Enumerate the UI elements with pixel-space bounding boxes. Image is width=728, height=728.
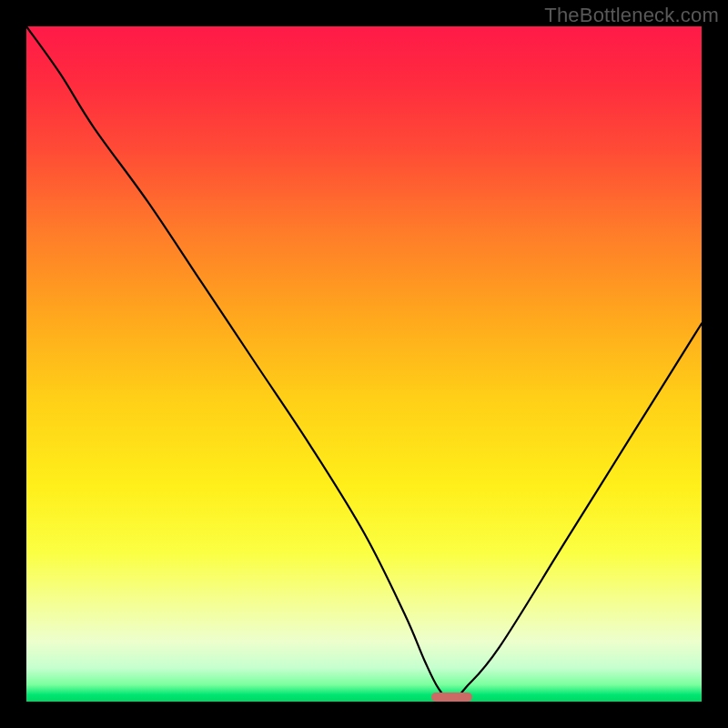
plot-area: [26, 26, 702, 702]
chart-frame: TheBottleneck.com: [0, 0, 728, 728]
watermark-text: TheBottleneck.com: [544, 4, 719, 27]
optimal-marker: [431, 693, 472, 702]
bottleneck-curve: [26, 26, 702, 702]
